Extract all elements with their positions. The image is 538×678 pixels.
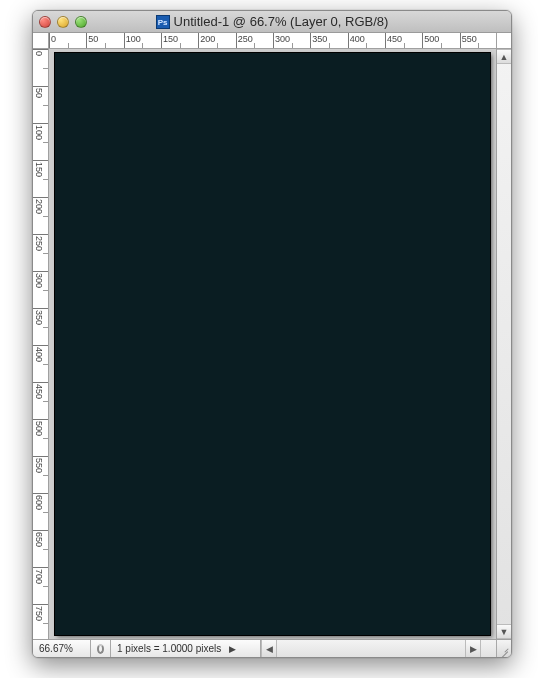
zoom-window-button[interactable]	[75, 16, 87, 28]
ruler-v-tick	[33, 234, 49, 235]
ruler-h-tick	[49, 33, 50, 49]
ruler-v-label: 150	[34, 162, 44, 177]
scroll-left-button[interactable]: ◀	[261, 640, 277, 657]
status-bar: 66.67% 1 pixels = 1.0000 pixels ▶ ◀ ▶	[33, 639, 511, 657]
title-bar-title: Untitled-1 @ 66.7% (Layer 0, RGB/8)	[33, 14, 511, 29]
ruler-h-label: 500	[424, 34, 439, 44]
ruler-h-label: 0	[51, 34, 56, 44]
ruler-origin-toggle[interactable]	[33, 33, 49, 49]
ruler-h-tick	[236, 33, 237, 49]
ruler-h-tick	[86, 33, 87, 49]
ruler-h-label: 350	[312, 34, 327, 44]
minimize-window-button[interactable]	[57, 16, 69, 28]
status-info-text: 1 pixels = 1.0000 pixels	[117, 643, 221, 654]
ruler-v-label: 700	[34, 569, 44, 584]
ruler-h-tick	[348, 33, 349, 49]
ruler-v-tick	[33, 382, 49, 383]
ruler-v-label: 100	[34, 125, 44, 140]
ruler-v-label: 300	[34, 273, 44, 288]
ruler-h-label: 150	[163, 34, 178, 44]
ruler-h-tick	[385, 33, 386, 49]
progress-indicator	[91, 640, 111, 657]
scrollbar-horizontal[interactable]: ◀ ▶	[261, 640, 496, 657]
zoom-value: 66.67%	[39, 643, 73, 654]
ruler-v-tick	[33, 530, 49, 531]
ruler-h-tick	[460, 33, 461, 49]
ruler-horizontal[interactable]: 05010015020025030035040045050055060	[49, 33, 496, 49]
ruler-vertical[interactable]: 0501001502002503003504004505005506006507…	[33, 49, 49, 639]
ruler-v-tick	[33, 308, 49, 309]
ruler-h-label: 250	[238, 34, 253, 44]
ruler-h-label: 100	[126, 34, 141, 44]
ruler-v-label: 200	[34, 199, 44, 214]
ruler-row-top: 05010015020025030035040045050055060	[33, 33, 511, 49]
ruler-v-tick	[33, 567, 49, 568]
ruler-h-label: 50	[88, 34, 98, 44]
window-controls	[39, 16, 87, 28]
ruler-v-tick	[33, 49, 49, 50]
title-bar[interactable]: Untitled-1 @ 66.7% (Layer 0, RGB/8)	[33, 11, 511, 33]
ruler-h-tick	[422, 33, 423, 49]
ruler-h-tick	[310, 33, 311, 49]
resize-handle[interactable]	[496, 640, 511, 657]
photoshop-doc-icon	[156, 15, 170, 29]
ruler-v-tick	[33, 160, 49, 161]
ruler-v-label: 0	[34, 51, 44, 56]
scroll-down-button[interactable]: ▼	[497, 624, 511, 639]
ruler-h-label: 200	[200, 34, 215, 44]
ruler-v-label: 500	[34, 421, 44, 436]
ruler-h-tick	[273, 33, 274, 49]
ruler-top-right-gap	[496, 33, 511, 49]
close-window-button[interactable]	[39, 16, 51, 28]
scroll-up-button[interactable]: ▲	[497, 49, 511, 64]
ruler-h-label: 300	[275, 34, 290, 44]
ruler-v-label: 600	[34, 495, 44, 510]
ruler-v-label: 550	[34, 458, 44, 473]
canvas-viewport[interactable]	[49, 49, 496, 639]
ruler-h-label: 550	[462, 34, 477, 44]
ruler-v-tick	[33, 123, 49, 124]
status-info-menu[interactable]: 1 pixels = 1.0000 pixels ▶	[111, 640, 261, 657]
ruler-v-tick	[33, 456, 49, 457]
zoom-field[interactable]: 66.67%	[33, 640, 91, 657]
canvas-row: 0501001502002503003504004505005506006507…	[33, 49, 511, 639]
ruler-v-tick	[33, 271, 49, 272]
scrollbar-vertical[interactable]: ▲ ▼	[496, 49, 511, 639]
document-canvas[interactable]	[55, 53, 490, 635]
ruler-v-label: 750	[34, 606, 44, 621]
ruler-h-label: 450	[387, 34, 402, 44]
ruler-v-tick	[33, 493, 49, 494]
content-area: 05010015020025030035040045050055060 0501…	[33, 33, 511, 657]
document-window: Untitled-1 @ 66.7% (Layer 0, RGB/8) 0501…	[32, 10, 512, 658]
scroll-right-button[interactable]: ▶	[465, 640, 481, 657]
ruler-h-tick	[198, 33, 199, 49]
ruler-v-label: 50	[34, 88, 44, 98]
ruler-v-tick	[33, 604, 49, 605]
ruler-v-label: 450	[34, 384, 44, 399]
chevron-right-icon: ▶	[229, 644, 236, 654]
ruler-h-tick	[161, 33, 162, 49]
ruler-v-label: 650	[34, 532, 44, 547]
spinner-icon	[97, 644, 104, 654]
ruler-v-tick	[33, 197, 49, 198]
ruler-v-tick	[33, 345, 49, 346]
ruler-v-label: 350	[34, 310, 44, 325]
ruler-v-tick	[33, 419, 49, 420]
ruler-v-label: 400	[34, 347, 44, 362]
title-bar-text: Untitled-1 @ 66.7% (Layer 0, RGB/8)	[174, 14, 389, 29]
ruler-h-tick	[124, 33, 125, 49]
ruler-v-tick	[33, 86, 49, 87]
ruler-v-label: 250	[34, 236, 44, 251]
ruler-h-label: 400	[350, 34, 365, 44]
